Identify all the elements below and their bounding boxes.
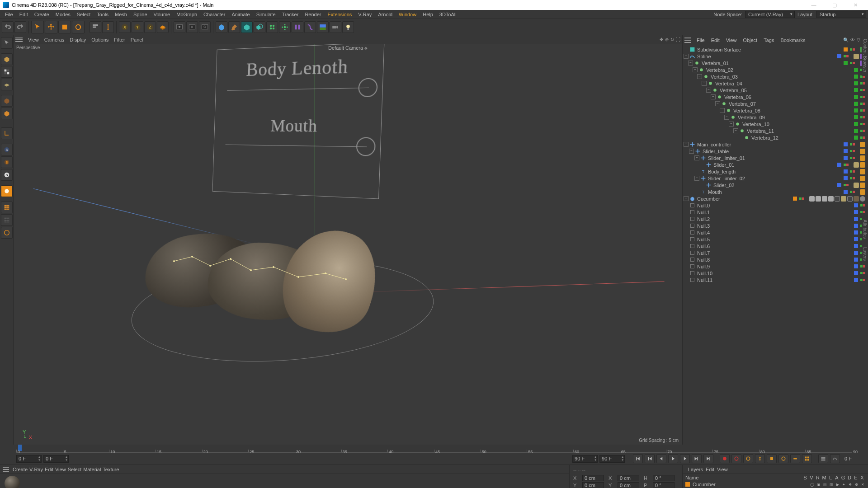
key-scale-button[interactable] <box>767 454 777 463</box>
range-start2[interactable]: 0 F▲▼ <box>43 455 69 463</box>
obj-row-slim2[interactable]: −Slider_limiter_02 <box>683 175 868 182</box>
mm-vray[interactable]: V-Ray <box>29 467 43 472</box>
menu-file[interactable]: File <box>2 11 16 18</box>
obj-row-null4[interactable]: Null.4 <box>683 229 868 236</box>
obj-row-v05[interactable]: −Vertebra_05 <box>683 87 868 94</box>
vpmenu-options[interactable]: Options <box>89 37 111 43</box>
om-menu-edit[interactable]: Edit <box>709 37 722 43</box>
deformer-button[interactable] <box>304 21 316 33</box>
menu-animate[interactable]: Animate <box>228 11 253 18</box>
select-tool[interactable] <box>31 21 44 33</box>
prev-key-button[interactable] <box>645 454 655 463</box>
mm-texture[interactable]: Texture <box>103 467 119 472</box>
menu-3dtoall[interactable]: 3DToAll <box>436 11 460 18</box>
obj-row-v08[interactable]: −Vertebra_08 <box>683 107 868 114</box>
point-mode-icon[interactable] <box>1 95 13 107</box>
minimize-button[interactable]: — <box>804 0 824 9</box>
texture-mode-icon[interactable] <box>1 66 13 78</box>
coord-sy[interactable]: 0 cm <box>618 482 639 488</box>
cucumber-mesh[interactable] <box>145 216 380 343</box>
scale-tool[interactable] <box>58 21 71 33</box>
obj-row-null9[interactable]: Null.9 <box>683 263 868 270</box>
prev-frame-button[interactable] <box>656 454 666 463</box>
key-rot-button[interactable] <box>778 454 788 463</box>
grid1-icon[interactable] <box>1 202 13 213</box>
menu-vray[interactable]: V-Ray <box>355 11 375 18</box>
tab-content-browser[interactable]: Content Browser <box>862 35 868 76</box>
menu-spline[interactable]: Spline <box>130 11 151 18</box>
rotate-tool[interactable] <box>72 21 85 33</box>
om-menu-object[interactable]: Object <box>741 37 760 43</box>
menu-render[interactable]: Render <box>302 11 324 18</box>
axis-l-icon[interactable] <box>1 127 13 139</box>
model-mode-icon[interactable] <box>1 53 13 65</box>
edge-mode-icon[interactable] <box>1 108 13 119</box>
next-key-button[interactable] <box>692 454 702 463</box>
timeline-ruler[interactable]: 051015202530354045505560657075808590 <box>16 445 852 453</box>
vp-nav2-icon[interactable]: ⊕ <box>665 37 669 42</box>
field-button[interactable] <box>292 21 303 33</box>
menu-window[interactable]: Window <box>396 11 420 18</box>
obj-row-slim1[interactable]: −Slider_limiter_01 <box>683 155 868 161</box>
bodylength-knob[interactable] <box>358 78 378 97</box>
y-axis-button[interactable]: Y <box>132 21 143 33</box>
mm-edit[interactable]: Edit <box>45 467 53 472</box>
expand-icon[interactable]: − <box>684 54 689 59</box>
mm-burger-icon[interactable] <box>3 467 9 472</box>
menu-select[interactable]: Select <box>74 11 94 18</box>
range-end2[interactable]: 90 F▲▼ <box>599 455 625 463</box>
om-menu-file[interactable]: File <box>694 37 707 43</box>
obj-row-subdiv[interactable]: Subdivision Surface <box>683 46 868 53</box>
keyframe-button[interactable] <box>743 454 753 463</box>
obj-row-v02[interactable]: −Vertebra_02 <box>683 66 868 73</box>
mm-material[interactable]: Material <box>83 467 101 472</box>
workplane-mode-icon[interactable] <box>1 79 13 90</box>
obj-row-v09[interactable]: −Vertebra_09 <box>683 114 868 121</box>
menu-help[interactable]: Help <box>420 11 436 18</box>
coord-p[interactable]: 0 ° <box>653 482 675 488</box>
viewport[interactable]: Perspective Default Camera ✥ Body Lenoth… <box>14 44 682 445</box>
coord-system-button[interactable] <box>157 21 169 33</box>
obj-row-v04[interactable]: −Vertebra_04 <box>683 80 868 87</box>
next-frame-button[interactable] <box>680 454 690 463</box>
obj-row-null8[interactable]: Null.8 <box>683 256 868 263</box>
obj-row-null2[interactable]: Null.2 <box>683 216 868 222</box>
layer-dot-icon[interactable] <box>844 47 848 52</box>
obj-row-v03[interactable]: −Vertebra_03 <box>683 73 868 80</box>
om-menu-bookmarks[interactable]: Bookmarks <box>778 37 807 43</box>
mm-view[interactable]: View <box>55 467 66 472</box>
vp-nav1-icon[interactable]: ✥ <box>660 37 663 42</box>
light-button[interactable] <box>342 21 354 33</box>
key-pos-button[interactable] <box>755 454 765 463</box>
obj-row-v12[interactable]: Vertebra_12 <box>683 134 868 141</box>
coord-sx[interactable]: 0 cm <box>618 475 639 481</box>
obj-row-slidertable[interactable]: −Slider_table <box>683 148 868 155</box>
obj-row-null7[interactable]: Null.7 <box>683 249 868 256</box>
pen-tool-button[interactable] <box>228 21 240 33</box>
vpmenu-display[interactable]: Display <box>67 37 89 43</box>
snap-icon[interactable]: S <box>1 144 13 155</box>
nodespace-select[interactable]: Current (V-Ray) <box>745 11 795 18</box>
material-thumb[interactable]: Cucumb <box>0 474 569 488</box>
mm-select[interactable]: Select <box>68 467 82 472</box>
undo-button[interactable] <box>2 21 14 33</box>
x-axis-button[interactable]: X <box>119 21 131 33</box>
mograph-button[interactable] <box>266 21 278 33</box>
menu-simulate[interactable]: Simulate <box>253 11 279 18</box>
menu-tools[interactable]: Tools <box>94 11 112 18</box>
menu-tracker[interactable]: Tracker <box>279 11 302 18</box>
redo-button[interactable] <box>14 21 26 33</box>
object-tree[interactable]: Subdivision Surface − Spline −Vertebra_0… <box>683 45 868 445</box>
obj-row-v07[interactable]: −Vertebra_07 <box>683 100 868 107</box>
circle-icon[interactable] <box>1 227 13 239</box>
obj-row-mouth[interactable]: TMouth <box>683 188 868 195</box>
obj-row-slider1[interactable]: Slider_01 <box>683 161 868 168</box>
menu-mesh[interactable]: Mesh <box>112 11 130 18</box>
menu-extensions[interactable]: Extensions <box>324 11 355 18</box>
play-button[interactable] <box>668 454 678 463</box>
render-pv-button[interactable] <box>186 21 198 33</box>
obj-row-slider2[interactable]: Slider_02 <box>683 182 868 188</box>
menu-volume[interactable]: Volume <box>151 11 174 18</box>
timeline-fcurve-button[interactable] <box>830 454 840 463</box>
axis-move-button[interactable] <box>102 21 114 33</box>
